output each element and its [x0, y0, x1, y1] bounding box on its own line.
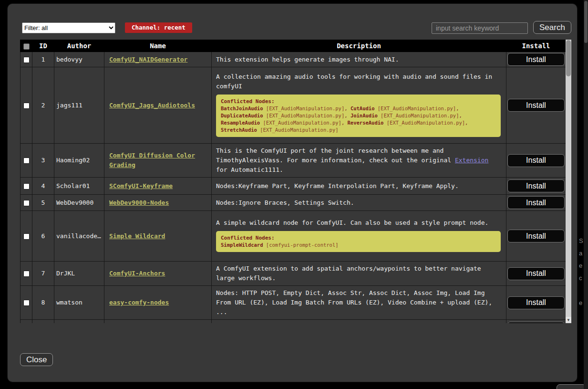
extension-name-link[interactable]: ComfyUI-Anchors	[109, 270, 165, 277]
background-letter: e	[579, 299, 582, 306]
extensions-table: IDAuthorNameDescriptionInstall 1bedovyyC…	[20, 40, 566, 323]
conflict-node-name: SimpleWildcard	[221, 242, 263, 248]
extension-name-link[interactable]: Simple Wildcard	[109, 232, 165, 240]
row-checkbox[interactable]	[23, 233, 30, 240]
background-letter: e	[579, 262, 582, 269]
table-row: 2jags111ComfyUI_Jags_AudiotoolsA collect…	[21, 67, 566, 144]
row-id: 2	[32, 67, 54, 144]
install-button[interactable]: Install	[507, 296, 565, 309]
row-checkbox[interactable]	[23, 103, 30, 109]
install-button[interactable]: Install	[507, 267, 565, 280]
row-id: 8	[32, 286, 54, 320]
table-row: 3Haoming02ComfyUI Diffusion Color Gradin…	[21, 144, 566, 178]
search-button[interactable]: Search	[533, 21, 571, 34]
row-install-cell: Install	[506, 262, 566, 286]
description-text: A simple wildcard node for ComfyUI. Can …	[216, 219, 488, 226]
install-button[interactable]: Install	[507, 179, 565, 192]
row-author: bedovyy	[54, 52, 104, 67]
description-text: This is the ComfyUI port of the joint re…	[216, 147, 455, 164]
row-checkbox[interactable]	[23, 300, 30, 306]
row-description: A simple wildcard node for ComfyUI. Can …	[212, 211, 506, 262]
conflict-node-source: [EXT_AudioManipulation.py]	[266, 105, 344, 111]
extension-name-link[interactable]: SComfyUI-Keyframe	[109, 182, 173, 189]
description-text: This extension helps generate images thr…	[216, 56, 399, 63]
column-header-install: Install	[506, 40, 566, 52]
background-letter: S	[579, 237, 583, 244]
row-author: WebDev9000	[54, 195, 104, 211]
filter-select[interactable]: Filter: all	[22, 22, 115, 33]
row-description: A ComfyUI extension to add spatial ancho…	[212, 262, 506, 286]
extensions-table-container: IDAuthorNameDescriptionInstall 1bedovyyC…	[20, 40, 571, 323]
select-all-header-cell	[21, 40, 32, 52]
channel-badge: Channel: recent	[125, 22, 192, 33]
extension-name-link[interactable]: ComfyUI_NAIDGenerator	[109, 56, 187, 63]
install-button[interactable]: Install	[507, 154, 565, 167]
row-id: 6	[32, 211, 54, 262]
extension-name-link[interactable]: ComfyUI Diffusion Color Grading	[109, 152, 195, 168]
row-description: Nodes:Keyframe Part, Keyframe Interpolat…	[212, 178, 506, 195]
row-name-cell: SComfyUI-Keyframe	[104, 178, 212, 195]
table-row: 8wmatsoneasy-comfy-nodesNodes: HTTP POST…	[21, 286, 566, 320]
row-description: Nodes:Ignore Braces, Settings Switch.	[212, 195, 506, 211]
install-button[interactable]: Install	[507, 99, 565, 112]
extension-name-link[interactable]: easy-comfy-nodes	[109, 299, 169, 306]
row-id: 9	[32, 320, 54, 324]
row-checkbox-cell	[21, 262, 32, 286]
conflict-node-name: JoinAudio	[351, 113, 378, 118]
table-header-row: IDAuthorNameDescriptionInstall	[21, 40, 566, 52]
description-text: A ComfyUI extension to add spatial ancho…	[216, 265, 481, 282]
conflict-node-name: ReverseAudio	[348, 120, 384, 126]
search-input[interactable]	[432, 22, 528, 34]
row-checkbox-cell	[21, 211, 32, 262]
extension-name-link[interactable]: ComfyUI_Jags_Audiotools	[109, 102, 195, 109]
row-name-cell: WebDev9000-Nodes	[104, 195, 212, 211]
install-button[interactable]: Install	[507, 196, 565, 209]
conflict-node-source: [EXT_AudioManipulation.py]	[387, 120, 465, 126]
page-scrollbar-thumb[interactable]	[584, 1, 588, 43]
background-partial-button[interactable]	[557, 384, 586, 389]
conflict-node-source: [EXT_AudioManipulation.py]	[381, 113, 459, 118]
column-header-name: Name	[104, 40, 212, 52]
background-letter: c	[579, 274, 582, 282]
table-row: 6vanillacode…Simple WildcardA simple wil…	[21, 211, 566, 262]
row-name-cell: ComfyUI_Mexx_Styler	[104, 320, 212, 324]
install-button[interactable]: Install	[507, 322, 565, 324]
close-button[interactable]: Close	[20, 353, 53, 366]
row-description: This extension helps generate images thr…	[212, 52, 506, 67]
extension-name-link[interactable]: WebDev9000-Nodes	[109, 199, 169, 206]
row-id: 5	[32, 195, 54, 211]
table-row: 9SoftMengComfyUI_Mexx_StylerNodes: Comfy…	[21, 320, 566, 324]
row-checkbox-cell	[21, 52, 32, 67]
row-checkbox[interactable]	[23, 200, 30, 206]
install-button[interactable]: Install	[507, 230, 565, 242]
custom-nodes-manager-dialog: Filter: all Channel: recent Search IDAut…	[8, 4, 577, 382]
table-scrollbar[interactable]: ▼	[566, 40, 571, 323]
column-header-author: Author	[54, 40, 104, 52]
conflict-node-source: [EXT_AudioManipulation.py]	[263, 120, 341, 126]
description-link[interactable]: Extension	[455, 157, 488, 164]
description-text: A collection amazing audio tools for wor…	[216, 73, 492, 90]
row-checkbox[interactable]	[23, 57, 30, 63]
row-name-cell: ComfyUI_Jags_Audiotools	[104, 67, 212, 144]
row-id: 1	[32, 52, 54, 67]
scroll-down-arrow-icon[interactable]: ▼	[566, 317, 571, 323]
row-install-cell: Install	[506, 144, 566, 178]
row-checkbox[interactable]	[23, 158, 30, 164]
row-name-cell: ComfyUI Diffusion Color Grading	[104, 144, 212, 178]
row-id: 7	[32, 262, 54, 286]
row-checkbox-cell	[21, 178, 32, 195]
install-button[interactable]: Install	[507, 53, 565, 66]
row-checkbox-cell	[21, 144, 32, 178]
row-author: DrJKL	[54, 262, 104, 286]
page-scrollbar[interactable]	[584, 0, 588, 389]
conflict-node-name: BatchJoinAudio	[221, 105, 263, 111]
row-checkbox-cell	[21, 195, 32, 211]
table-scrollbar-thumb[interactable]	[566, 40, 571, 76]
row-description: This is the ComfyUI port of the joint re…	[212, 144, 506, 178]
select-all-checkbox[interactable]	[23, 43, 30, 50]
description-text: Nodes: HTTP POST, Empty Dict, Assoc Str,…	[216, 289, 492, 315]
row-checkbox-cell	[21, 286, 32, 320]
description-text: Nodes:Keyframe Part, Keyframe Interpolat…	[216, 182, 459, 189]
row-checkbox[interactable]	[23, 183, 30, 189]
row-checkbox[interactable]	[23, 271, 30, 277]
